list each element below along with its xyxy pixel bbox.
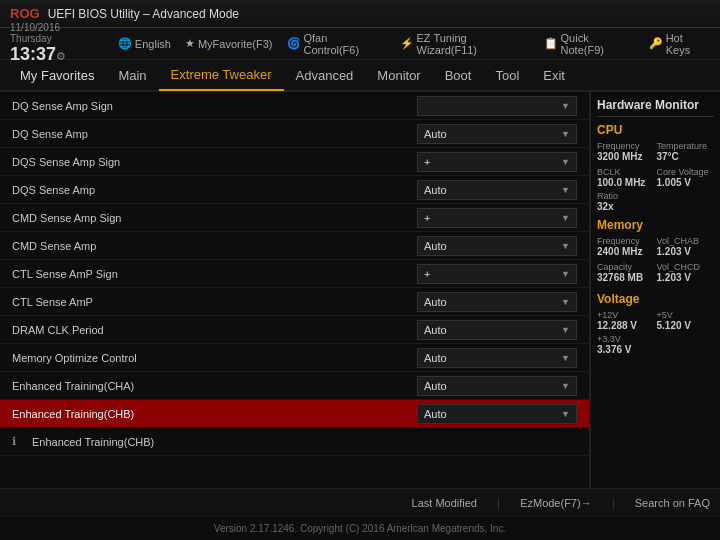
cpu-bclk-value: 100.0 MHz (597, 177, 655, 188)
globe-icon: 🌐 (118, 37, 132, 50)
setting-dq-sense-amp: DQ Sense Amp Auto ▼ (0, 120, 589, 148)
ez-tuning-button[interactable]: ⚡ EZ Tuning Wizard(F11) (400, 32, 530, 56)
dqs-sense-amp-dropdown[interactable]: Auto ▼ (417, 180, 577, 200)
plus5v-item: +5V 5.120 V (657, 310, 715, 331)
note-icon: 📋 (544, 37, 558, 50)
copyright-bar: Version 2.17.1246. Copyright (C) 2016 Am… (0, 516, 720, 540)
chevron-down-icon: ▼ (561, 269, 570, 279)
setting-value-area: Auto ▼ (417, 348, 577, 368)
setting-dq-sense-amp-sign-header: DQ Sense Amp Sign ▼ (0, 92, 589, 120)
chevron-down-icon: ▼ (561, 213, 570, 223)
enhanced-training-cha-dropdown[interactable]: Auto ▼ (417, 376, 577, 396)
copyright-text: Version 2.17.1246. Copyright (C) 2016 Am… (214, 523, 506, 534)
ez-tuning-label: EZ Tuning Wizard(F11) (417, 32, 530, 56)
setting-value-area: + ▼ (417, 264, 577, 284)
tab-exit[interactable]: Exit (531, 59, 577, 91)
setting-value-area: Auto ▼ (417, 404, 577, 424)
setting-value-area: Auto ▼ (417, 292, 577, 312)
plus3v3-item: +3.3V 3.376 V (597, 334, 714, 355)
qfan-control-button[interactable]: 🌀 Qfan Control(F6) (287, 32, 386, 56)
tab-extreme-tweaker[interactable]: Extreme Tweaker (159, 59, 284, 91)
nav-bar: My Favorites Main Extreme Tweaker Advanc… (0, 60, 720, 92)
setting-label: DRAM CLK Period (12, 324, 417, 336)
chevron-down-icon: ▼ (561, 353, 570, 363)
voltage-stats-grid: +12V 12.288 V +5V 5.120 V (597, 310, 714, 334)
info-bar: 11/10/2016 Thursday 13:37⚙ 🌐 English ★ M… (0, 28, 720, 60)
setting-label: DQ Sense Amp (12, 128, 417, 140)
voltage-section-title: Voltage (597, 292, 714, 306)
cpu-core-voltage-label: Core Voltage (657, 167, 715, 177)
setting-value-area: Auto ▼ (417, 124, 577, 144)
mem-frequency-label: Frequency (597, 236, 655, 246)
dqs-sense-amp-sign-dropdown[interactable]: + ▼ (417, 152, 577, 172)
capacity-item: Capacity 32768 MB (597, 262, 655, 283)
my-favorite-button[interactable]: ★ MyFavorite(F3) (185, 37, 273, 50)
last-modified-button[interactable]: Last Modified (412, 497, 477, 509)
enhanced-training-chb-dropdown[interactable]: Auto ▼ (417, 404, 577, 424)
cpu-stats-grid: Frequency 3200 MHz Temperature 37°C BCLK… (597, 141, 714, 191)
hw-monitor-title: Hardware Monitor (597, 98, 714, 117)
cpu-bclk-label: BCLK (597, 167, 655, 177)
setting-label: Enhanced Training(CHB) (32, 436, 577, 448)
ctl-sense-amp-dropdown[interactable]: Auto ▼ (417, 292, 577, 312)
plus12v-label: +12V (597, 310, 655, 320)
setting-dram-clk-period: DRAM CLK Period Auto ▼ (0, 316, 589, 344)
mem-frequency-value: 2400 MHz (597, 246, 655, 257)
dq-sense-amp-sign-header-dropdown[interactable]: ▼ (417, 96, 577, 116)
status-bar: Last Modified | EzMode(F7)→ | Search on … (0, 488, 720, 516)
cmd-sense-amp-dropdown[interactable]: Auto ▼ (417, 236, 577, 256)
setting-value-area: Auto ▼ (417, 376, 577, 396)
tab-tool[interactable]: Tool (483, 59, 531, 91)
setting-cmd-sense-amp-sign: CMD Sense Amp Sign + ▼ (0, 204, 589, 232)
plus5v-label: +5V (657, 310, 715, 320)
vol-chcd-value: 1.203 V (657, 272, 715, 283)
plus12v-value: 12.288 V (597, 320, 655, 331)
tab-boot[interactable]: Boot (433, 59, 484, 91)
chevron-down-icon: ▼ (561, 185, 570, 195)
dram-clk-period-dropdown[interactable]: Auto ▼ (417, 320, 577, 340)
chevron-down-icon: ▼ (561, 129, 570, 139)
settings-panel: DQ Sense Amp Sign ▼ DQ Sense Amp Auto ▼ … (0, 92, 590, 488)
setting-value-area: Auto ▼ (417, 236, 577, 256)
vol-chab-value: 1.203 V (657, 246, 715, 257)
qfan-label: Qfan Control(F6) (304, 32, 386, 56)
chevron-down-icon: ▼ (561, 297, 570, 307)
cmd-sense-amp-sign-dropdown[interactable]: + ▼ (417, 208, 577, 228)
tab-monitor[interactable]: Monitor (365, 59, 432, 91)
setting-enhanced-training-chb-info: ℹ Enhanced Training(CHB) (0, 428, 589, 456)
ezmode-button[interactable]: EzMode(F7)→ (520, 497, 592, 509)
setting-enhanced-training-chb-active[interactable]: Enhanced Training(CHB) Auto ▼ (0, 400, 589, 428)
cpu-section-title: CPU (597, 123, 714, 137)
rog-logo: ROG (10, 6, 40, 21)
cpu-ratio-value: 32x (597, 201, 714, 212)
language-selector[interactable]: 🌐 English (118, 37, 171, 50)
hot-keys-button[interactable]: 🔑 Hot Keys (649, 32, 710, 56)
search-faq-button[interactable]: Search on FAQ (635, 497, 710, 509)
setting-label: DQ Sense Amp Sign (12, 100, 417, 112)
memory-optimize-control-dropdown[interactable]: Auto ▼ (417, 348, 577, 368)
setting-value-area: + ▼ (417, 208, 577, 228)
fan-icon: 🌀 (287, 37, 301, 50)
setting-memory-optimize-control: Memory Optimize Control Auto ▼ (0, 344, 589, 372)
tab-main[interactable]: Main (106, 59, 158, 91)
star-icon: ★ (185, 37, 195, 50)
cpu-temperature-label: Temperature (657, 141, 715, 151)
date-label: 11/10/2016 Thursday (10, 22, 104, 44)
chevron-down-icon: ▼ (561, 381, 570, 391)
quick-note-button[interactable]: 📋 Quick Note(F9) (544, 32, 635, 56)
hw-monitor-panel: Hardware Monitor CPU Frequency 3200 MHz … (590, 92, 720, 488)
setting-cmd-sense-amp: CMD Sense Amp Auto ▼ (0, 232, 589, 260)
cpu-ratio-item: Ratio 32x (597, 191, 714, 212)
setting-value-area: Auto ▼ (417, 320, 577, 340)
dq-sense-amp-dropdown[interactable]: Auto ▼ (417, 124, 577, 144)
plus5v-value: 5.120 V (657, 320, 715, 331)
quick-note-label: Quick Note(F9) (561, 32, 635, 56)
tab-advanced[interactable]: Advanced (284, 59, 366, 91)
tab-my-favorites[interactable]: My Favorites (8, 59, 106, 91)
memory-stats-grid: Frequency 2400 MHz Vol_CHAB 1.203 V Capa… (597, 236, 714, 286)
setting-dqs-sense-amp: DQS Sense Amp Auto ▼ (0, 176, 589, 204)
ctl-sense-amp-sign-dropdown[interactable]: + ▼ (417, 264, 577, 284)
chevron-down-icon: ▼ (561, 101, 570, 111)
chevron-down-icon: ▼ (561, 409, 570, 419)
plus3v3-value: 3.376 V (597, 344, 714, 355)
